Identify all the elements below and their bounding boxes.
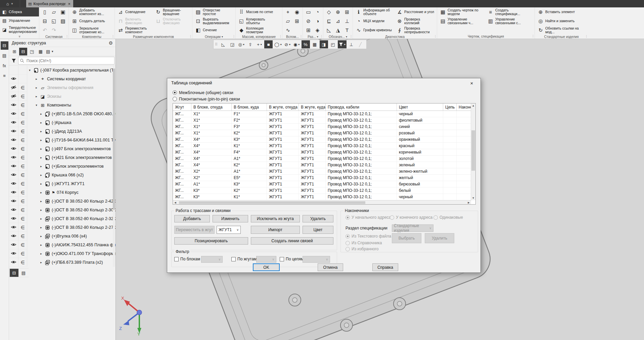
tree-structure-button[interactable]: ⊟ bbox=[19, 48, 27, 55]
curvature-graph-button[interactable]: ∿График кривизны bbox=[354, 26, 395, 35]
shaded-view-icon[interactable]: ■ bbox=[264, 40, 273, 48]
column-header[interactable]: В жгуте, куда bbox=[299, 103, 326, 111]
eye-icon[interactable] bbox=[11, 155, 16, 161]
harness-select[interactable]: ЖГУТ1 ∨ bbox=[217, 226, 241, 234]
column-header[interactable]: Наконечни bbox=[457, 103, 471, 111]
column-header[interactable]: В блоке, куда bbox=[232, 103, 267, 111]
table-row[interactable]: ЖГ...X1*К2*ЖГУТ1ЖГУТ1Провод МПО-33-12 0,… bbox=[173, 130, 475, 136]
zone-button[interactable]: ⊞ bbox=[304, 26, 313, 35]
tree-item[interactable]: ∈▸(-)ОСТ В 38.052-80 Кольцо 2-30-2,5 bbox=[9, 206, 116, 214]
strip-tree-button[interactable]: ⊟ bbox=[1, 41, 8, 50]
close-tab-icon[interactable]: × bbox=[67, 1, 71, 6]
column-header[interactable]: Провода, кабели bbox=[326, 103, 397, 111]
column-header[interactable]: В блоке, откуда bbox=[191, 103, 232, 111]
object-info-button[interactable]: ℹИнформация об объекте bbox=[354, 7, 395, 16]
detail-button[interactable]: ◈ bbox=[313, 26, 322, 35]
aux-spline-button[interactable]: ∿ bbox=[283, 26, 292, 35]
table-vscrollbar[interactable]: ▲ ▼ bbox=[471, 103, 475, 200]
tree-tab-structure[interactable]: ⊟ bbox=[10, 269, 18, 277]
save-button[interactable]: ▣ bbox=[58, 7, 67, 16]
tab-management[interactable]: ▤Управление bbox=[0, 16, 39, 26]
mate-coincidence-button[interactable]: ⊿Совпадение bbox=[116, 7, 153, 16]
element-of-icon[interactable]: ∈ bbox=[20, 181, 25, 186]
element-of-icon[interactable]: ∈ bbox=[20, 155, 25, 160]
tree-item[interactable]: ∈▸(-)497 Блок электроэлементов bbox=[9, 144, 116, 153]
add-button[interactable]: Добавить bbox=[174, 215, 210, 222]
collapsed-arrow-icon[interactable]: ▸ bbox=[39, 252, 43, 255]
color-button[interactable]: Цвет bbox=[303, 226, 333, 234]
element-of-icon[interactable]: ∈ bbox=[20, 207, 25, 213]
section-button[interactable]: ◧Сечение bbox=[193, 26, 234, 35]
tree-item[interactable]: ∈▸◪Эскизы bbox=[9, 92, 116, 101]
find-replace-button[interactable]: ◎Найти и заменить bbox=[536, 16, 587, 26]
dialog-close-icon[interactable]: × bbox=[467, 80, 476, 86]
element-of-icon[interactable]: ∈ bbox=[20, 260, 25, 265]
checkbox-icon[interactable] bbox=[280, 257, 284, 261]
print-preview-button[interactable]: ◱ bbox=[49, 16, 58, 26]
element-of-icon[interactable]: ∈ bbox=[20, 129, 25, 134]
geometry-set-icon[interactable]: ◰ bbox=[329, 40, 337, 48]
help-button[interactable]: Справка bbox=[372, 263, 398, 271]
tree-tab-execution[interactable]: ▤ bbox=[19, 269, 28, 277]
tree-item[interactable]: ∈▸⚑074 Корпус bbox=[9, 188, 116, 197]
tree-item[interactable]: ∈▸(+)Блок электроэлементов bbox=[9, 162, 116, 171]
table-row[interactable]: ЖГ...А1*К3*ЖГУТ1ЖГУТ1Провод МПО-33-12 0,… bbox=[173, 181, 475, 187]
redo-button[interactable]: ↷ bbox=[49, 26, 58, 35]
eye-icon[interactable] bbox=[11, 181, 16, 187]
eye-icon[interactable] bbox=[11, 111, 16, 117]
eye-icon[interactable] bbox=[11, 137, 16, 143]
table-row[interactable]: ЖГ...X1*F1*ЖГУТ1ЖГУТ1Провод МПО-33-12 0,… bbox=[173, 111, 475, 117]
tree-item[interactable]: ∈▸(+)ВП1-1В-5,0А 250В ОЮ0.480.003 Т bbox=[9, 110, 116, 118]
disable-fixation-button[interactable]: ⊔Отключить фиксацию bbox=[153, 16, 191, 26]
mass-properties-button[interactable]: ◔МЦХ модели bbox=[354, 16, 395, 26]
table-row[interactable]: ЖГ...X4*К2*ЖГУТ1ЖГУТ1Провод МПО-33-12 0,… bbox=[173, 162, 475, 168]
table-row[interactable]: ЖГ...X4*К1*ЖГУТ1ЖГУТ1Провод МПО-33-12 0,… bbox=[173, 143, 475, 149]
dialog-titlebar[interactable]: Таблица соединений × bbox=[167, 78, 480, 88]
tree-item[interactable]: ∈▾⊞Компоненты bbox=[9, 101, 116, 110]
collapsed-arrow-icon[interactable]: ▸ bbox=[39, 261, 43, 264]
table-row[interactable]: ЖГ...X2*А1*ЖГУТ1ЖГУТ1Провод МПО-33-12 0,… bbox=[173, 168, 475, 175]
filter-by-harness[interactable]: По жгутам bbox=[231, 257, 257, 261]
local-section-button[interactable]: ◑ bbox=[313, 16, 322, 26]
chevron-down-icon[interactable]: ▾ bbox=[344, 43, 346, 46]
radio-interblock-links[interactable]: Межблочные (общие) связи bbox=[173, 90, 233, 95]
expanded-arrow-icon[interactable]: ▾ bbox=[35, 103, 38, 107]
checkbox-icon[interactable] bbox=[174, 257, 179, 261]
gear-icon[interactable]: ⚙ bbox=[108, 40, 113, 46]
aux-point-button[interactable]: ◉ bbox=[292, 7, 302, 16]
create-part-button[interactable]: ⊞Создать деталь bbox=[70, 16, 113, 26]
open-document-button[interactable]: ▱ bbox=[49, 7, 58, 16]
create-link-lines-button[interactable]: Создать линии связей bbox=[251, 237, 333, 245]
collapsed-arrow-icon[interactable]: ▸ bbox=[39, 182, 43, 185]
filter-by-nets[interactable]: По цепям bbox=[280, 257, 304, 261]
exclude-from-harness-button[interactable]: Исключить из жгута bbox=[251, 215, 300, 222]
tree-scrollbar[interactable] bbox=[113, 66, 115, 267]
eye-icon[interactable] bbox=[11, 76, 16, 82]
element-of-icon[interactable]: ∈ bbox=[20, 137, 25, 143]
table-row[interactable]: ЖГ...X4*F4*ЖГУТ1ЖГУТ1Провод МПО-33-12 0,… bbox=[173, 149, 475, 156]
ok-button[interactable]: OK bbox=[253, 263, 280, 271]
element-of-icon[interactable]: ∈ bbox=[20, 172, 25, 178]
create-bom-button[interactable]: ≡Создать спецификаци... bbox=[486, 7, 534, 16]
eye-icon[interactable] bbox=[11, 259, 16, 265]
collapsed-arrow-icon[interactable]: ▸ bbox=[39, 217, 43, 220]
tree-sheets-button[interactable]: ◳ bbox=[28, 48, 36, 55]
zoom-icon[interactable]: ◎▾ bbox=[237, 40, 245, 48]
element-of-icon[interactable]: ∈ bbox=[20, 216, 25, 221]
hscroll-thumb[interactable] bbox=[179, 201, 365, 204]
collapsed-arrow-icon[interactable]: ▸ bbox=[39, 112, 43, 116]
chevron-down-icon[interactable]: ▾ bbox=[280, 43, 282, 46]
tree-filter-list-button[interactable]: ▤▼ bbox=[45, 48, 54, 55]
text-button[interactable]: T bbox=[342, 26, 352, 35]
chevron-down-icon[interactable]: ▾ bbox=[222, 35, 223, 38]
element-of-icon[interactable]: ∈ bbox=[20, 146, 25, 152]
element-of-icon[interactable]: ∈ bbox=[20, 190, 25, 195]
simple-hole-button[interactable]: ▨Отверстие простое bbox=[193, 7, 234, 16]
collapsed-arrow-icon[interactable]: ▸ bbox=[35, 86, 38, 89]
cut-view-button[interactable]: ◔ bbox=[313, 7, 322, 16]
collapsed-arrow-icon[interactable]: ▸ bbox=[39, 173, 43, 177]
connections-table[interactable]: ЖгутВ блоке, откудаВ блоке, кудаВ жгуте,… bbox=[173, 103, 476, 205]
tree-item[interactable]: ∈▸(-)Крышка bbox=[9, 118, 116, 127]
chevron-down-icon[interactable]: ▾ bbox=[298, 43, 300, 46]
collapsed-arrow-icon[interactable]: ▸ bbox=[39, 243, 43, 247]
